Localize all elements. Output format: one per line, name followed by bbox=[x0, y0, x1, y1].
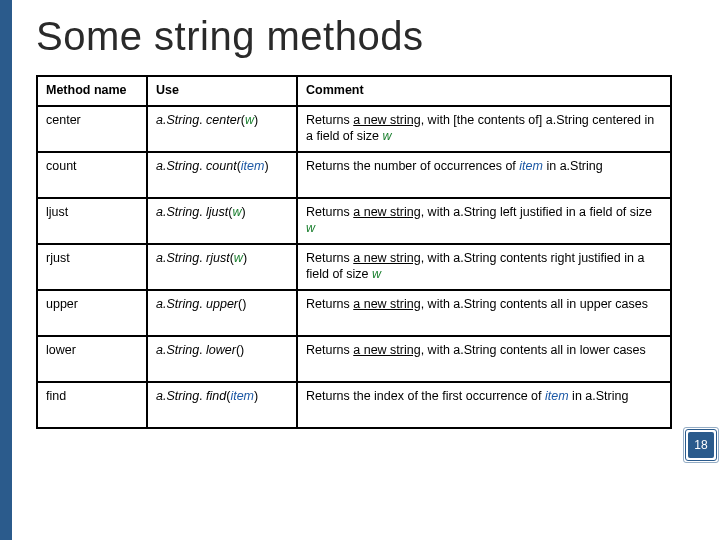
page-title: Some string methods bbox=[36, 14, 672, 59]
cell-name: center bbox=[37, 106, 147, 152]
cell-use: a.String. center(w) bbox=[147, 106, 297, 152]
cell-use: a.String. upper() bbox=[147, 290, 297, 336]
table-row: center a.String. center(w) Returns a new… bbox=[37, 106, 671, 152]
cell-use: a.String. rjust(w) bbox=[147, 244, 297, 290]
cell-comment: Returns a new string, with a.String cont… bbox=[297, 290, 671, 336]
cell-comment: Returns the index of the first occurrenc… bbox=[297, 382, 671, 428]
cell-name: rjust bbox=[37, 244, 147, 290]
table-header-row: Method name Use Comment bbox=[37, 76, 671, 106]
page-number-badge: 18 bbox=[688, 432, 714, 458]
cell-use: a.String. ljust(w) bbox=[147, 198, 297, 244]
cell-name: find bbox=[37, 382, 147, 428]
table-row: lower a.String. lower() Returns a new st… bbox=[37, 336, 671, 382]
table-row: upper a.String. upper() Returns a new st… bbox=[37, 290, 671, 336]
cell-comment: Returns the number of occurrences of ite… bbox=[297, 152, 671, 198]
cell-use: a.String. lower() bbox=[147, 336, 297, 382]
col-comment: Comment bbox=[297, 76, 671, 106]
col-use: Use bbox=[147, 76, 297, 106]
methods-table: Method name Use Comment center a.String.… bbox=[36, 75, 672, 429]
cell-name: upper bbox=[37, 290, 147, 336]
cell-name: lower bbox=[37, 336, 147, 382]
cell-comment: Returns a new string, with a.String left… bbox=[297, 198, 671, 244]
table-row: count a.String. count(item) Returns the … bbox=[37, 152, 671, 198]
cell-comment: Returns a new string, with a.String cont… bbox=[297, 336, 671, 382]
cell-comment: Returns a new string, with a.String cont… bbox=[297, 244, 671, 290]
cell-name: ljust bbox=[37, 198, 147, 244]
slide-content: Some string methods Method name Use Comm… bbox=[36, 14, 672, 429]
cell-use: a.String. count(item) bbox=[147, 152, 297, 198]
accent-bar bbox=[0, 0, 12, 540]
col-method-name: Method name bbox=[37, 76, 147, 106]
table-row: find a.String. find(item) Returns the in… bbox=[37, 382, 671, 428]
cell-use: a.String. find(item) bbox=[147, 382, 297, 428]
cell-name: count bbox=[37, 152, 147, 198]
cell-comment: Returns a new string, with [the contents… bbox=[297, 106, 671, 152]
table-row: ljust a.String. ljust(w) Returns a new s… bbox=[37, 198, 671, 244]
table-row: rjust a.String. rjust(w) Returns a new s… bbox=[37, 244, 671, 290]
